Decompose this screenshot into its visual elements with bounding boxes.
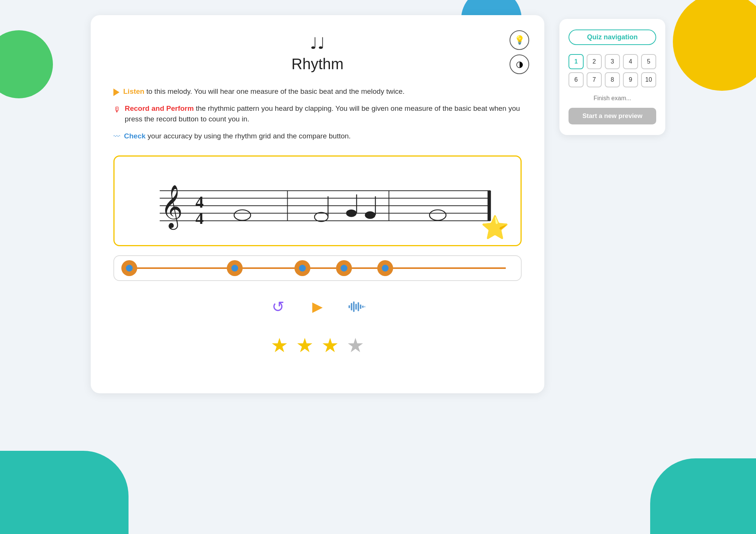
svg-rect-22 bbox=[353, 301, 355, 312]
music-icon: ♩♩ bbox=[113, 34, 522, 53]
star-1[interactable]: ★ bbox=[271, 334, 288, 357]
rhythm-dot-inner-5 bbox=[382, 265, 389, 272]
star-2[interactable]: ★ bbox=[296, 334, 314, 357]
sheet-music-box: 𝄞 4 4 bbox=[113, 155, 522, 246]
rhythm-dot-2[interactable] bbox=[227, 260, 243, 276]
waveform-button[interactable] bbox=[345, 295, 369, 319]
svg-point-13 bbox=[314, 212, 328, 221]
finish-exam: Finish exam... bbox=[569, 95, 656, 102]
main-card: 💡 ◑ ♩♩ Rhythm Listen to this melody. You… bbox=[91, 15, 544, 393]
card-icons: 💡 ◑ bbox=[510, 30, 529, 74]
svg-rect-25 bbox=[360, 304, 361, 309]
rhythm-box bbox=[113, 255, 522, 281]
reset-button[interactable]: ↺ bbox=[266, 295, 290, 319]
keyword-record: Record and Perform bbox=[125, 104, 194, 112]
instruction-listen: Listen to this melody. You will hear one… bbox=[113, 86, 522, 97]
rhythm-dot-1[interactable] bbox=[121, 260, 137, 276]
quiz-num-2[interactable]: 2 bbox=[587, 54, 602, 69]
rhythm-dot-3[interactable] bbox=[294, 260, 310, 276]
instruction-record: 🎙 Record and Perform the rhythmic patter… bbox=[113, 103, 522, 125]
page-title: Rhythm bbox=[113, 56, 522, 73]
rhythm-dot-5[interactable] bbox=[377, 260, 393, 276]
keyword-listen: Listen bbox=[123, 87, 144, 95]
svg-rect-26 bbox=[362, 306, 364, 308]
instruction-listen-text: Listen to this melody. You will hear one… bbox=[123, 86, 404, 97]
svg-rect-23 bbox=[355, 304, 357, 310]
instruction-record-text: Record and Perform the rhythmic pattern … bbox=[125, 103, 522, 125]
rhythm-dot-inner-1 bbox=[126, 265, 133, 272]
svg-rect-20 bbox=[349, 305, 350, 308]
star-4[interactable]: ★ bbox=[347, 334, 364, 357]
svg-rect-27 bbox=[364, 306, 365, 307]
waveform-icon bbox=[349, 300, 365, 314]
play-icon bbox=[113, 87, 119, 96]
quiz-num-6[interactable]: 6 bbox=[569, 72, 584, 87]
svg-point-19 bbox=[429, 210, 446, 220]
quiz-num-8[interactable]: 8 bbox=[605, 72, 620, 87]
page-wrapper: 💡 ◑ ♩♩ Rhythm Listen to this melody. You… bbox=[0, 0, 756, 534]
instruction-check-body: your accuracy by using the rhythm grid a… bbox=[147, 132, 351, 140]
quiz-num-9[interactable]: 9 bbox=[623, 72, 638, 87]
rhythm-dot-inner-2 bbox=[231, 265, 238, 272]
rhythm-dot-4[interactable] bbox=[336, 260, 352, 276]
quiz-num-3[interactable]: 3 bbox=[605, 54, 620, 69]
instruction-listen-body: to this melody. You will hear one measur… bbox=[146, 87, 404, 95]
instruction-check-text: Check your accuracy by using the rhythm … bbox=[124, 131, 351, 142]
title-section: ♩♩ Rhythm bbox=[113, 34, 522, 73]
stars-rating: ★ ★ ★ ★ bbox=[113, 334, 522, 357]
rhythm-dot-inner-4 bbox=[341, 265, 347, 272]
quiz-num-5[interactable]: 5 bbox=[641, 54, 656, 69]
quiz-nav-card: Quiz navigation 12345678910 Finish exam.… bbox=[559, 19, 665, 135]
instruction-check: 〰 Check your accuracy by using the rhyth… bbox=[113, 131, 522, 142]
quiz-num-10[interactable]: 10 bbox=[641, 72, 656, 87]
star-3[interactable]: ★ bbox=[321, 334, 339, 357]
instructions: Listen to this melody. You will hear one… bbox=[113, 86, 522, 142]
svg-point-12 bbox=[234, 210, 251, 220]
svg-rect-21 bbox=[351, 303, 352, 310]
sidebar: Quiz navigation 12345678910 Finish exam.… bbox=[559, 19, 665, 135]
quiz-num-7[interactable]: 7 bbox=[587, 72, 602, 87]
svg-point-15 bbox=[346, 209, 357, 217]
staff-svg: 𝄞 4 4 bbox=[130, 168, 505, 236]
wave-icon: 〰 bbox=[113, 132, 120, 142]
quiz-num-4[interactable]: 4 bbox=[623, 54, 638, 69]
lightbulb-icon-btn[interactable]: 💡 bbox=[510, 30, 529, 50]
quiz-num-1[interactable]: 1 bbox=[569, 54, 584, 69]
svg-text:𝄞: 𝄞 bbox=[161, 185, 183, 230]
svg-point-17 bbox=[365, 211, 375, 219]
play-button[interactable]: ▶ bbox=[305, 295, 330, 319]
controls: ↺ ▶ bbox=[113, 295, 522, 319]
svg-rect-24 bbox=[358, 302, 359, 311]
quiz-grid: 12345678910 bbox=[569, 54, 656, 87]
star-mascot: ⭐ bbox=[481, 216, 509, 239]
rhythm-dot-inner-3 bbox=[299, 265, 306, 272]
mic-icon: 🎙 bbox=[113, 104, 121, 115]
quiz-nav-title: Quiz navigation bbox=[569, 29, 656, 45]
keyword-check: Check bbox=[124, 132, 146, 140]
theme-icon-btn[interactable]: ◑ bbox=[510, 54, 529, 74]
start-preview-button[interactable]: Start a new preview bbox=[569, 108, 656, 124]
svg-text:4: 4 bbox=[195, 209, 204, 227]
rhythm-line bbox=[129, 267, 506, 269]
svg-text:4: 4 bbox=[195, 192, 204, 211]
